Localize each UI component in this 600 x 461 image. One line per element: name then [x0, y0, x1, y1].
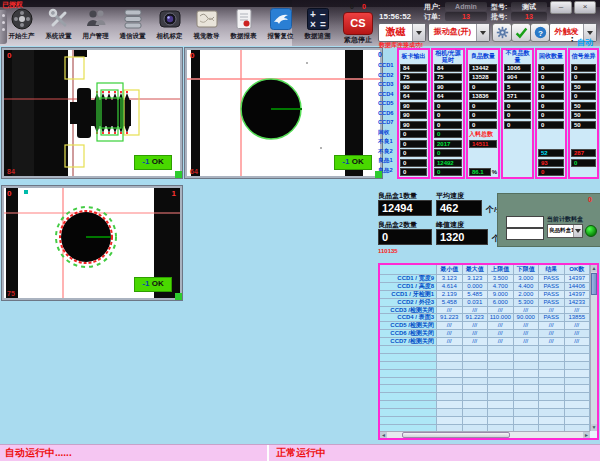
stats-cell: 0 [433, 168, 463, 178]
stats-cell: 1006 [503, 63, 532, 73]
result-cell [488, 393, 514, 401]
stats-cell: 50 [570, 82, 597, 92]
result-row-label: CCD6 /检测关闭 [380, 330, 437, 338]
chevron-down-icon[interactable] [412, 24, 425, 41]
side-panel-handle[interactable] [0, 10, 7, 44]
result-cell: 14233 [565, 299, 591, 307]
vibrator-dropdown[interactable]: 振动盘(开) [428, 23, 490, 42]
tray-input-1[interactable] [506, 216, 544, 228]
table-row [380, 385, 590, 393]
result-cell: /// [488, 330, 514, 338]
stats-cell [537, 130, 565, 140]
scroll-thumb[interactable] [402, 432, 510, 438]
result-cell [539, 370, 565, 378]
total-count-small: 110135 [378, 248, 398, 254]
result-badge: -1 OK [134, 277, 172, 292]
result-cell: /// [488, 338, 514, 346]
stats-cell: 12492 [433, 158, 463, 168]
resize-grip[interactable] [175, 293, 182, 300]
toolbar-user-management[interactable]: 用户管理 [77, 6, 114, 46]
scroll-left-arrow[interactable]: ◄ [380, 432, 387, 438]
help-button[interactable]: ? [530, 23, 550, 42]
result-cell [565, 354, 591, 362]
toolbar-vision-teach[interactable]: 视觉教导 [188, 6, 225, 46]
toolbar-system-settings[interactable]: 系统设置 [40, 6, 77, 46]
order-value: 13 [445, 12, 487, 21]
close-button[interactable]: × [574, 1, 596, 14]
result-cell: /// [488, 307, 514, 315]
stats-cell [503, 130, 532, 140]
toolbar-start-production[interactable]: 开始生产 [3, 6, 40, 46]
result-row-label: CCD4 / 表面3 [380, 314, 437, 322]
result-cell: 13855 [565, 314, 591, 322]
resize-grip[interactable] [375, 171, 382, 178]
minimize-button[interactable]: – [550, 1, 572, 14]
result-cell [488, 417, 514, 425]
camera-view-ccd1: 0 84 -1 OK [2, 48, 182, 178]
result-cell [539, 378, 565, 386]
chevron-down-icon[interactable] [476, 24, 489, 41]
vertical-scrollbar[interactable]: ▲ ▼ [590, 265, 597, 431]
chevron-down-icon[interactable] [573, 225, 582, 237]
stats-column-header: 回收数量 [537, 50, 565, 63]
result-row-label: CCD5 /检测关闭 [380, 322, 437, 330]
stats-cell: 0 [537, 101, 565, 111]
tray-select-dropdown[interactable]: 良品料盒1 [547, 224, 583, 238]
settings-gear-button[interactable] [492, 23, 512, 42]
estop-label: 紧急停止 [341, 35, 375, 45]
tray-corner-count: 0 [588, 196, 592, 203]
result-cell: /// [565, 322, 591, 330]
stats-row-label: CCD3 [378, 80, 396, 89]
teach-panel-icon [195, 7, 219, 31]
toolbar-data-trace[interactable]: +−×= 数据追溯 [299, 6, 336, 46]
result-cell [565, 401, 591, 409]
tray-input-2[interactable] [506, 228, 544, 240]
result-cell [488, 409, 514, 417]
stats-row-label: 不良2 [378, 147, 396, 156]
gear-icon [496, 26, 509, 39]
camera-view-ccd2: 0 64 -1 OK [185, 48, 382, 178]
result-cell [514, 354, 540, 362]
batch-value: 13 [511, 12, 547, 21]
stats-column-header: 相机/光源 延时 [433, 50, 463, 63]
result-row-label [380, 370, 437, 378]
scroll-down-arrow[interactable]: ▼ [591, 424, 597, 431]
emergency-stop-button[interactable]: CS [343, 12, 373, 35]
svg-text:=: = [320, 19, 326, 30]
excite-dropdown[interactable]: 激磁 [378, 23, 426, 42]
toolbar-camera-calibration[interactable]: 相机标定 [151, 6, 188, 46]
results-header-row: 最小值最大值上限值下限值结果OK数 [380, 265, 590, 275]
stats-column: 不良品数量10069045571000 [501, 48, 534, 179]
stats-cell: 84 [433, 63, 463, 73]
horizontal-scrollbar[interactable]: ◄ ► [380, 431, 590, 438]
scroll-right-arrow[interactable]: ► [583, 432, 590, 438]
tools-icon [47, 7, 71, 31]
toolbar-data-report[interactable]: 数据报表 [225, 6, 262, 46]
result-cell: /// [539, 330, 565, 338]
result-cell [437, 378, 463, 386]
stats-cell: 0 [399, 149, 428, 159]
result-cell [463, 393, 489, 401]
result-row-label: CCD1 / 宽度9 [380, 275, 437, 283]
result-cell [437, 417, 463, 425]
stats-cell [537, 139, 565, 149]
resize-grip[interactable] [175, 171, 182, 178]
stats-cell: 0 [503, 120, 532, 130]
result-cell [565, 385, 591, 393]
toolbar: 已授权 开始生产 系统设置 用户管理 通信设置 [0, 0, 600, 46]
stats-row-label: 回收 [378, 128, 396, 137]
stats-cell: 75 [399, 73, 428, 83]
result-cell: 0.000 [463, 283, 489, 291]
result-row-label [380, 346, 437, 354]
scroll-thumb[interactable] [591, 273, 597, 295]
stats-cell: 0 [537, 168, 565, 178]
stats-row-label: 良品1 [378, 156, 396, 165]
result-cell: /// [514, 307, 540, 315]
result-cell: /// [463, 330, 489, 338]
toolbar-comm-settings[interactable]: 通信设置 [114, 6, 151, 46]
confirm-check-button[interactable] [511, 23, 531, 42]
result-cell [565, 370, 591, 378]
scroll-up-arrow[interactable]: ▲ [591, 265, 597, 272]
toolbar-alarm-reset[interactable]: 报警复位 [262, 6, 299, 46]
result-row-label [380, 409, 437, 417]
